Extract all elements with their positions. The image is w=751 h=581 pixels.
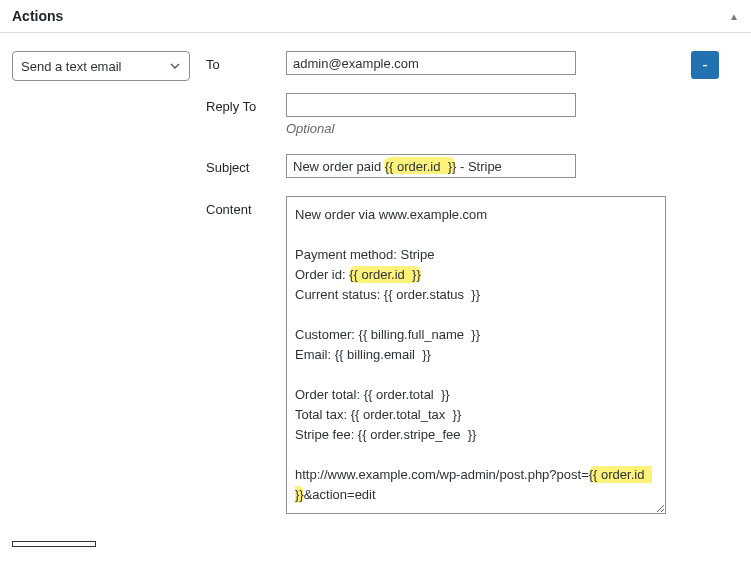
reply-to-label: Reply To bbox=[206, 93, 286, 114]
add-action-button[interactable] bbox=[12, 541, 96, 547]
remove-action-button[interactable]: - bbox=[691, 51, 719, 79]
actions-panel-body: - Send a text email To Reply To Optional bbox=[0, 33, 751, 535]
actions-panel-header: Actions ▲ bbox=[0, 0, 751, 33]
to-label: To bbox=[206, 51, 286, 72]
to-input[interactable] bbox=[286, 51, 576, 75]
reply-to-optional-note: Optional bbox=[286, 121, 676, 136]
content-textarea[interactable] bbox=[286, 196, 666, 514]
collapse-toggle-icon[interactable]: ▲ bbox=[729, 11, 739, 22]
reply-to-input[interactable] bbox=[286, 93, 576, 117]
action-type-select[interactable]: Send a text email bbox=[12, 51, 190, 81]
actions-panel-title: Actions bbox=[12, 8, 63, 24]
action-type-wrap: Send a text email bbox=[12, 51, 190, 81]
action-fields: To Reply To Optional Subject New order p… bbox=[206, 51, 676, 525]
subject-input[interactable] bbox=[286, 154, 576, 178]
content-label: Content bbox=[206, 196, 286, 217]
subject-label: Subject bbox=[206, 154, 286, 175]
